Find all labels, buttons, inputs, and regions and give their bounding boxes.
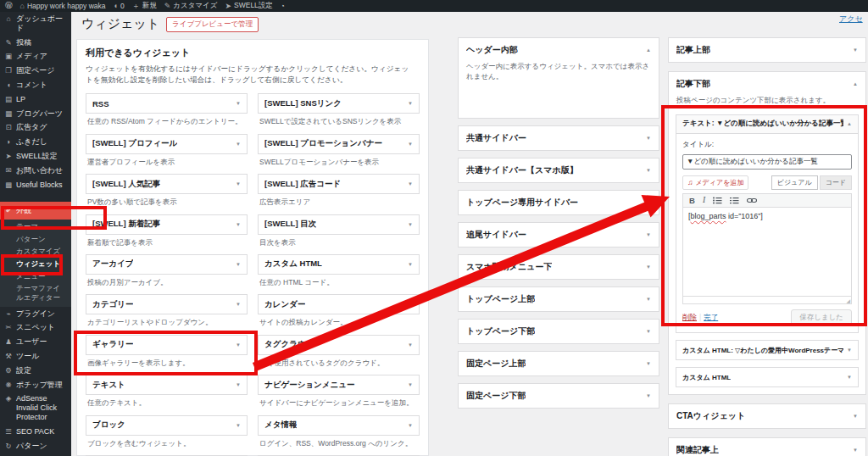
submenu-item-カスタマイズ[interactable]: カスタマイズ [0,245,71,258]
sidebar-item-blog-parts[interactable]: ▦ブログパーツ [0,107,71,121]
widget-card-[SWELL] 人気記事[interactable]: [SWELL] 人気記事▼ [86,174,248,194]
italic-button[interactable]: I [703,197,705,205]
widget-card-[SWELL] プロモーションバナー[interactable]: [SWELL] プロモーションバナー▼ [258,134,420,154]
area-post-top-header[interactable]: 記事上部 ▼ [669,38,865,62]
editor-content-area[interactable]: [blog_parts id=”1016”] [682,207,852,297]
wordpress-logo-icon[interactable]: Ⓦ [5,1,13,11]
widget-card-メタ情報[interactable]: メタ情報▼ [258,415,420,436]
bullet-list-button[interactable] [713,197,722,204]
updates-icon[interactable]: ◔ [281,2,285,10]
sidebar-item-comments[interactable]: ◖コメント [0,78,71,92]
sidebar-item-tools[interactable]: ⚒ツール [0,349,71,364]
submenu-item-テーマ[interactable]: テーマ [0,220,71,233]
area-header[interactable]: トップページ上部▼ [459,287,659,311]
submenu-item-メニュー[interactable]: メニュー [0,270,71,283]
sidebar-item-snippets[interactable]: ✂スニペット [0,320,71,335]
widget-card-[SWELL] 新着記事[interactable]: [SWELL] 新着記事▼ [86,214,248,235]
delete-widget-link[interactable]: 削除 [682,313,697,321]
link-button[interactable] [747,197,757,204]
sidebar-item-ad-tag[interactable]: ⊡広告タグ [0,120,71,135]
area-header[interactable]: ヘッダー内部▲ [459,38,659,62]
site-name-menu[interactable]: ⌂ Happy work happy waka [20,2,106,10]
area-header[interactable]: 共通サイドバー▼ [459,126,659,150]
submenu-item-パターン[interactable]: パターン [0,233,71,246]
sidebar-item-patterns[interactable]: ↻パターン [0,439,71,453]
bold-button[interactable]: B [689,197,695,205]
tab-visual[interactable]: ビジュアル [771,175,818,190]
area-header[interactable]: 共通サイドバー【スマホ版】▼ [459,158,659,182]
area-post-bottom-header[interactable]: 記事下部 ▲ [669,72,865,96]
area-header[interactable]: CTAウィジェット▼ [669,404,865,428]
blocks-icon: ▩ [4,181,13,189]
area-header[interactable]: 固定ページ下部▼ [459,384,659,408]
widget-card-カスタム HTML[interactable]: カスタム HTML▼ [258,254,420,275]
widget-card-アーカイブ[interactable]: アーカイブ▼ [86,254,248,275]
sidebar-item-settings[interactable]: ⚙設定 [0,364,71,378]
submenu-item-テーマファイルエディター[interactable]: テーマファイルエディター [0,282,71,303]
area-drop-zone[interactable] [459,87,659,118]
sidebar-item-useful-blocks[interactable]: ▩Useful Blocks [0,178,71,192]
new-content-menu[interactable]: ＋ 新規 [132,1,157,12]
area-header[interactable]: 追尾サイドバー▼ [459,223,659,247]
widget-card-description: よく使用されているタグのクラウド。 [259,359,418,368]
sidebar-item-pochipp[interactable]: ❋ポチップ管理 [0,378,71,392]
sidebar-item-lp[interactable]: ▤LP [0,92,71,107]
numbered-list-button[interactable] [730,197,739,204]
area-header[interactable]: 関連記事上▼ [669,438,865,456]
swell-settings-menu[interactable]: ➤ SWELL設定 [225,1,272,11]
widget-card-RSS[interactable]: RSS▼ [86,93,248,114]
widget-card-title: テキスト [92,380,125,391]
widget-card-ギャラリー[interactable]: ギャラリー▼ [86,335,248,355]
widget-card-カレンダー[interactable]: カレンダー▼ [258,294,420,314]
widget-card-タグクラウド[interactable]: タグクラウド▼ [258,335,420,355]
chevron-up-icon: ▲ [646,47,651,53]
sidebar-item-adsense-protector[interactable]: ◈AdSense Invalid Click Protector [0,392,71,424]
sidebar-item-fukidashi[interactable]: ◗ふきだし [0,135,71,149]
widget-title-input[interactable] [682,154,852,170]
area-post-top: 記事上部 ▼ [668,37,866,63]
saved-button[interactable]: 保存しました [791,309,852,326]
area-header[interactable]: トップページ専用サイドバー▼ [459,191,659,214]
sidebar-item-contact[interactable]: ✉お問い合わせ [0,164,71,178]
live-preview-button[interactable]: ライブプレビューで管理 [166,17,259,32]
sidebar-item-seo-pack[interactable]: ☰SEO PACK [0,425,71,439]
collapsed-widget[interactable]: カスタム HTML▼ [676,367,859,387]
tab-code[interactable]: コード [820,175,852,190]
available-widgets-column-right: [SWELL] SNSリンク▼SWELLで設定されているSNSリンクを表示[SW… [258,93,420,456]
widget-card-ブロック[interactable]: ブロック▼ [86,415,248,436]
widget-card-[SWELL] 広告コード[interactable]: [SWELL] 広告コード▼ [258,174,420,194]
accessibility-mode-link[interactable]: アクセ [839,14,863,25]
collapsed-widget[interactable]: カスタム HTML: ▽わたしの愛用中WordPressテーマはこちら▼ [676,340,859,360]
area-header[interactable]: 固定ページ上部▼ [459,352,659,375]
resize-grip[interactable]: ◢ [846,298,850,303]
customize-link[interactable]: ✎ カスタマイズ [164,1,218,11]
widget-card-[SWELL] SNSリンク[interactable]: [SWELL] SNSリンク▼ [258,93,420,114]
widget-card-[SWELL] 目次[interactable]: [SWELL] 目次▼ [258,214,420,235]
grid-icon: ▦ [4,109,13,118]
chevron-down-icon: ▼ [236,382,241,387]
widget-card-テキスト[interactable]: テキスト▼ [86,375,248,395]
chevron-down-icon: ▼ [408,101,413,106]
area-header[interactable]: スマホ開閉メニュー下▼ [459,255,659,279]
widget-card-description: 任意のテキスト。 [87,398,246,408]
chevron-down-icon: ▼ [408,181,413,186]
comments-shortcut[interactable]: ◖ 0 [114,2,125,10]
widget-card-[SWELL] プロフィール[interactable]: [SWELL] プロフィール▼ [86,134,248,154]
sidebar-item-media[interactable]: ▣メディア [0,49,71,64]
sidebar-item-posts[interactable]: ✎投稿 [0,36,71,50]
submenu-item-widgets-current[interactable]: ウィジェット [0,258,71,270]
chevron-down-icon: ▼ [408,142,413,147]
done-link[interactable]: 完了 [704,313,718,321]
widget-card-カテゴリー[interactable]: カテゴリー▼ [86,294,248,314]
sidebar-item-appearance[interactable]: ✐ 外観 [0,202,71,220]
sidebar-item-plugins[interactable]: ⌁プラグイン [0,307,71,321]
text-widget-header[interactable]: テキスト: ▼どの順に読めばいいか分かる記事一覧 ▲ [676,115,858,134]
area-header[interactable]: トップページ下部▼ [459,320,659,343]
sidebar-item-label: ツール [16,352,67,361]
sidebar-item-users[interactable]: ♟ユーザー [0,335,71,349]
sidebar-item-pages[interactable]: ❐固定ページ [0,64,71,78]
sidebar-item-dashboard[interactable]: ⌂ダッシュボード [0,12,71,36]
add-media-button[interactable]: ♫ メディアを追加 [682,175,748,190]
widget-card-ナビゲーションメニュー[interactable]: ナビゲーションメニュー▼ [258,375,420,395]
sidebar-item-swell-settings[interactable]: ➤SWELL設定 [0,149,71,164]
